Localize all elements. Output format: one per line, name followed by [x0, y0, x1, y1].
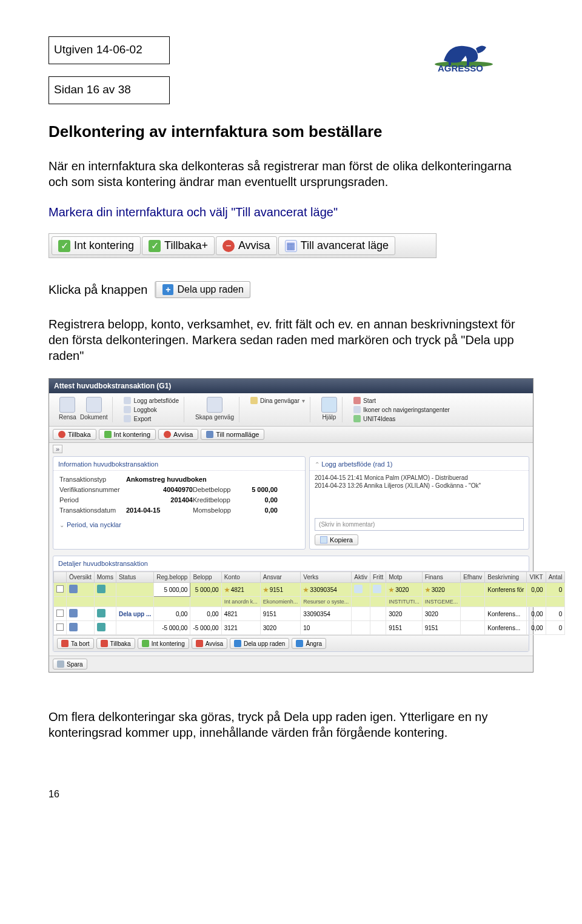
moms-icon[interactable]: [97, 609, 105, 617]
info-icon: [353, 406, 361, 413]
star-icon: [250, 397, 258, 404]
dela-upp-label: Dela upp raden: [177, 284, 243, 295]
skapa-genvag-button[interactable]: Skapa genväg: [195, 414, 234, 420]
detail-title: Detaljer huvudbokstransaktion: [53, 556, 529, 571]
moms-icon[interactable]: [97, 623, 105, 631]
unit4-link[interactable]: UNIT4Ideas: [353, 415, 395, 422]
rensa-label: Rensa: [59, 414, 76, 420]
row-checkbox[interactable]: [56, 610, 64, 617]
delete-icon: [61, 640, 69, 647]
loggbok-link[interactable]: Loggbok: [124, 406, 156, 413]
avvisa-label: Avvisa: [238, 239, 270, 252]
int-kontering-button[interactable]: Int kontering: [99, 429, 156, 440]
page-title: Delkontering av internfaktura som bestäl…: [48, 122, 534, 141]
moms-icon[interactable]: [97, 585, 105, 593]
angra-button[interactable]: Ångra: [292, 638, 326, 649]
overview-icon[interactable]: [69, 623, 78, 631]
verifnr-label: Verifikationsnummer: [59, 486, 126, 493]
lookup-icon[interactable]: [373, 585, 381, 593]
ikoner-link[interactable]: Ikoner och navigeringstangenter: [353, 406, 450, 413]
detail-toolbar: Ta bort Tillbaka Int kontering Avvisa De…: [53, 635, 529, 651]
copy-icon: [320, 536, 327, 543]
int-kontering-button[interactable]: Int kontering: [138, 638, 189, 649]
ta-bort-button[interactable]: Ta bort: [57, 638, 94, 649]
overview-icon[interactable]: [69, 585, 78, 593]
normallage-button[interactable]: Till normalläge: [201, 429, 264, 440]
check-icon: ✓: [58, 240, 70, 252]
logo: AGRESSO: [430, 36, 534, 73]
window-title: Attest huvudbokstransaktion (G1): [49, 379, 533, 393]
transaktionstyp-value: Ankomstreg huvudboken: [126, 476, 278, 483]
till-avancerat-button[interactable]: ▦ Till avancerat läge: [278, 236, 395, 255]
tillbaka-plus-label: Tillbaka+: [164, 239, 208, 252]
home-icon: [353, 397, 361, 404]
marker-instruction: Markera din internfaktura och välj "Till…: [48, 204, 534, 220]
kredit-value: 0,00: [235, 496, 278, 504]
logg-arbetsflode-link[interactable]: Logg arbetsflöde: [124, 397, 179, 404]
table-row[interactable]: -5 000,00 -5 000,00 3121 3020 10 9151 91…: [54, 621, 565, 635]
period-value: 201404: [126, 496, 193, 504]
document-icon: [86, 397, 102, 413]
dela-upp-raden-button[interactable]: + Dela upp raden: [155, 281, 250, 298]
row-checkbox[interactable]: [56, 585, 64, 593]
globe-icon: [353, 415, 361, 422]
info-pane-title: Information huvudbokstransaktion: [53, 457, 305, 471]
dokument-label: Dokument: [80, 414, 108, 420]
help-icon: [321, 397, 337, 413]
log-line: 2014-04-15 21:41 Monica Palm (XPALMO) - …: [315, 474, 524, 481]
export-link[interactable]: Export: [124, 415, 151, 422]
int-kontering-button[interactable]: ✓ Int kontering: [52, 236, 141, 255]
period-via-nycklar[interactable]: ⌄Period, via nycklar: [53, 519, 305, 533]
comment-input[interactable]: (Skriv in kommentar): [315, 518, 524, 531]
table-header-row: Översikt Moms Status Reg.belopp Belopp K…: [54, 572, 565, 583]
expand-toggle[interactable]: »: [53, 445, 62, 453]
table-row[interactable]: Dela upp ... 0,00 0,00 4821 9151 3309035…: [54, 607, 565, 621]
issued-cell: Utgiven 14-06-02: [48, 36, 170, 64]
tillbaka-button[interactable]: Tillbaka: [53, 429, 96, 440]
hjalp-button[interactable]: Hjälp: [323, 414, 336, 420]
detail-table: Översikt Moms Status Reg.belopp Belopp K…: [53, 571, 565, 635]
register-paragraph: Registrera belopp, konto, verksamhet, ev…: [48, 316, 534, 364]
magnifier-icon: [124, 397, 131, 404]
check-icon: ✓: [149, 240, 161, 252]
shortcut-icon: [207, 397, 222, 413]
refresh-icon: [59, 397, 75, 413]
page-number: 16: [48, 789, 534, 800]
tillbaka-plus-button[interactable]: ✓ Tillbaka+: [142, 236, 215, 255]
check-icon: [142, 640, 149, 647]
minus-icon: [58, 431, 65, 438]
svg-text:AGRESSO: AGRESSO: [438, 63, 483, 73]
tillbaka-button[interactable]: Tillbaka: [96, 638, 135, 649]
lookup-icon[interactable]: [354, 585, 363, 593]
plus-icon: +: [162, 284, 173, 295]
kopiera-button[interactable]: Kopiera: [315, 534, 358, 545]
rensa-button[interactable]: Rensa: [59, 397, 76, 420]
sub-toolbar: Tillbaka Int kontering Avvisa Till norma…: [49, 427, 533, 443]
start-link[interactable]: Start: [353, 397, 376, 404]
undo-icon: [296, 640, 303, 647]
reject-icon: [196, 640, 203, 647]
check-icon: [104, 431, 112, 438]
avvisa-button[interactable]: Avvisa: [158, 429, 198, 440]
transdatum-value: 2014-04-15: [126, 507, 193, 514]
debet-value: 5 000,00: [235, 486, 278, 493]
kredit-label: Kreditbelopp: [193, 496, 235, 504]
avvisa-button[interactable]: Avvisa: [192, 638, 227, 649]
ribbon: Rensa Dokument Logg arbetsflöde Loggbok …: [49, 393, 533, 427]
table-row[interactable]: 5 000,00 5 000,00 ★4821 ★9151 ★33090354 …: [54, 583, 565, 597]
overview-icon[interactable]: [69, 609, 78, 617]
dina-genvagar-link[interactable]: Dina genvägar▾: [250, 397, 305, 404]
avvisa-button[interactable]: − Avvisa: [216, 236, 277, 255]
grid-icon: [206, 431, 213, 438]
period-label: Period: [59, 496, 126, 504]
till-avancerat-label: Till avancerat läge: [301, 239, 389, 252]
split-icon: [234, 640, 241, 647]
back-icon: [101, 640, 108, 647]
dela-upp-raden-button[interactable]: Dela upp raden: [230, 638, 289, 649]
dokument-button[interactable]: Dokument: [80, 397, 108, 420]
app-window: Attest huvudbokstransaktion (G1) Rensa D…: [48, 378, 534, 673]
spara-button[interactable]: Spara: [53, 659, 87, 670]
row-checkbox[interactable]: [56, 623, 64, 631]
verifnr-value: 40040970: [126, 486, 193, 493]
minus-icon: [164, 431, 171, 438]
